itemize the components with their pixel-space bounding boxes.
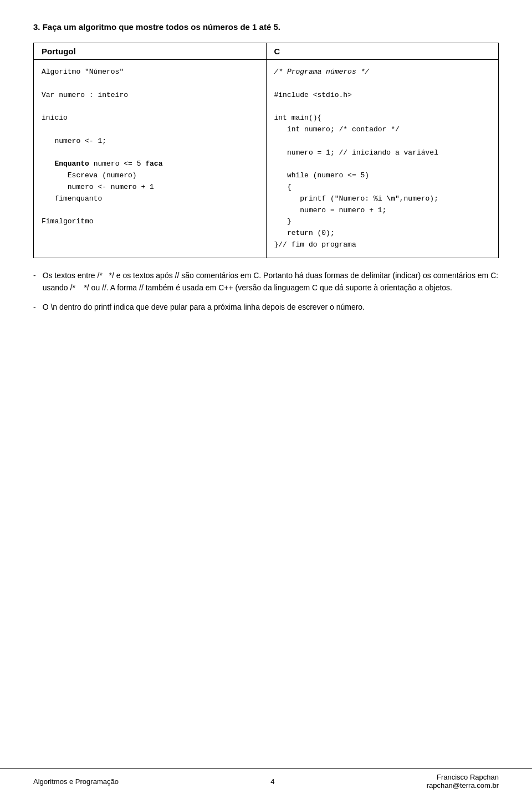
question-header: 3. Faça um algoritmo que mostre todos os… [33,22,499,32]
bullet-dash-1: - [33,269,36,294]
portugol-code: Algoritmo "Números" Var numero : inteiro… [42,66,258,228]
table-header-c: C [267,43,499,59]
bullet-text-1: Os textos entre /* */ e os textos após /… [43,269,499,294]
footer-right: Francisco Rapchanrapchan@terra.com.br [427,773,499,790]
question-number: 3. [33,22,40,32]
table-col-c: /* Programa números */ #include <stdio.h… [267,60,499,258]
bullet-text-2: O \n dentro do printf indica que deve pu… [43,301,499,313]
comparison-table: Portugol C Algoritmo "Números" Var numer… [33,43,499,258]
question-text: Faça um algoritmo que mostre todos os nú… [43,22,280,32]
c-code: /* Programa números */ #include <stdio.h… [274,66,491,251]
page-content: 3. Faça um algoritmo que mostre todos os… [0,0,532,364]
footer-left: Algoritmos e Programação [33,777,119,786]
bullet-dash-2: - [33,301,36,313]
page-footer: Algoritmos e Programação 4 Francisco Rap… [0,768,532,794]
table-header-portugol: Portugol [34,43,267,59]
table-col-portugol: Algoritmo "Números" Var numero : inteiro… [34,60,267,258]
bullet-section: - Os textos entre /* */ e os textos após… [33,269,499,313]
table-body-row: Algoritmo "Números" Var numero : inteiro… [34,60,498,258]
bullet-item-2: - O \n dentro do printf indica que deve … [33,301,499,313]
table-header-row: Portugol C [34,43,498,60]
bullet-item-1: - Os textos entre /* */ e os textos após… [33,269,499,294]
footer-center: 4 [270,777,274,786]
